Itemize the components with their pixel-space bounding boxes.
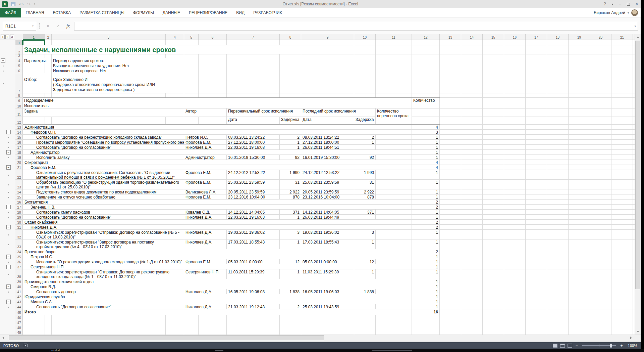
- cell[interactable]: 1: [280, 215, 301, 220]
- row-header-26[interactable]: 26: [15, 200, 23, 205]
- row-header-10[interactable]: 10: [15, 103, 23, 108]
- cell[interactable]: 26.03.2011 19:44:51: [301, 145, 354, 150]
- cell[interactable]: 27.12.2011 18:00:00: [227, 140, 280, 145]
- cell[interactable]: 25.03.2011 23:59:59: [301, 180, 354, 189]
- scroll-left-icon[interactable]: [0, 335, 6, 341]
- cell[interactable]: 1: [412, 264, 440, 269]
- column-header-10[interactable]: 10: [354, 34, 376, 40]
- cell[interactable]: Подготовить список видов документов по в…: [23, 189, 184, 194]
- outline-collapse-icon[interactable]: −: [6, 265, 11, 269]
- row-header-5[interactable]: 5: [15, 63, 23, 68]
- cell[interactable]: Ознакомиться с результатом согласования:…: [23, 170, 184, 180]
- normal-view-icon[interactable]: [553, 344, 557, 348]
- cell[interactable]: Секретариат: [23, 160, 412, 165]
- row-header-3[interactable]: 3: [15, 54, 23, 58]
- row-header-4[interactable]: 4: [15, 58, 23, 63]
- cell[interactable]: Согласовать "Договор на согласование": [23, 215, 184, 220]
- cell[interactable]: Последний срок исполнения: [301, 108, 376, 117]
- row-header-23[interactable]: 23: [15, 180, 23, 189]
- cancel-icon[interactable]: ✕: [44, 24, 52, 29]
- column-header-17[interactable]: 17: [526, 34, 547, 40]
- row-header-44[interactable]: 44: [15, 304, 23, 309]
- row-header-38[interactable]: 38: [15, 269, 23, 279]
- customize-quick-access-icon[interactable]: ▾: [34, 3, 35, 5]
- cell[interactable]: 878: [354, 194, 376, 200]
- row-header-21[interactable]: 21: [15, 165, 23, 170]
- cell[interactable]: 1: [412, 215, 440, 220]
- cell[interactable]: Фролова Е.М.: [184, 259, 227, 264]
- cell[interactable]: 1: [412, 299, 440, 304]
- cell[interactable]: Ознакомиться: зарегистрирован "Отправка:…: [23, 269, 184, 279]
- cell[interactable]: 4: [412, 160, 440, 165]
- ribbon-tab-ВИД[interactable]: ВИД: [232, 8, 249, 17]
- row-header-14[interactable]: 14: [15, 130, 23, 135]
- cell[interactable]: 1: [412, 194, 440, 200]
- close-icon[interactable]: ×: [636, 2, 638, 6]
- cell[interactable]: 1: [412, 189, 440, 194]
- cell[interactable]: [354, 304, 376, 309]
- insert-function-icon[interactable]: fx: [64, 24, 72, 29]
- cell[interactable]: [354, 215, 376, 220]
- column-header-9[interactable]: 9: [301, 34, 354, 40]
- row-header-18[interactable]: 18: [15, 150, 23, 155]
- cell[interactable]: 2: [412, 200, 440, 205]
- outline-collapse-icon[interactable]: −: [6, 165, 11, 170]
- column-header-18[interactable]: 18: [547, 34, 569, 40]
- cell[interactable]: 92: [354, 155, 376, 160]
- cell[interactable]: 17.03.2011 18:55:43: [227, 239, 280, 249]
- help-icon[interactable]: ?: [604, 2, 606, 6]
- row-header-6[interactable]: 6: [15, 68, 23, 73]
- undo-icon[interactable]: ↶▾: [19, 2, 23, 6]
- cell[interactable]: 11.03.2011 15:29:39: [227, 269, 280, 279]
- cell[interactable]: Обработать резолюцию "О реконструкция зд…: [23, 180, 184, 189]
- cell[interactable]: 1: [280, 140, 301, 145]
- cell[interactable]: 92: [280, 155, 301, 160]
- row-header-36[interactable]: 36: [15, 259, 23, 264]
- cell[interactable]: Администратор: [184, 155, 227, 160]
- cell[interactable]: 21.03.2011 19:12:43: [227, 304, 280, 309]
- row-header-9[interactable]: 9: [15, 98, 23, 103]
- cell[interactable]: Задержка: [280, 117, 301, 125]
- cell[interactable]: Параметры:: [23, 58, 52, 63]
- column-header-16[interactable]: 16: [504, 34, 526, 40]
- cell[interactable]: Подразделение: [23, 98, 412, 103]
- column-header-19[interactable]: 19: [569, 34, 590, 40]
- cell[interactable]: Николаев Д.А.: [184, 215, 227, 220]
- taskbar-item[interactable]: pricelist: [50, 349, 60, 352]
- cell[interactable]: 3: [354, 230, 376, 239]
- cell[interactable]: Николаев Д.А.: [184, 239, 227, 249]
- cell[interactable]: Исполнить заявку: [23, 155, 184, 160]
- cell[interactable]: Согласовать договор: [23, 289, 184, 294]
- cell[interactable]: 4: [412, 165, 440, 170]
- cell[interactable]: Исключена из процесса: Нет: [52, 68, 184, 73]
- cell[interactable]: 1: [412, 239, 440, 249]
- ribbon-display-options-icon[interactable]: ▴: [612, 3, 613, 6]
- ribbon-tab-ГЛАВНАЯ[interactable]: ГЛАВНАЯ: [21, 8, 48, 17]
- cell[interactable]: 17.03.2011 18:55:43: [301, 239, 354, 249]
- cell[interactable]: 1: [412, 284, 440, 289]
- cell[interactable]: Провести мероприятие "Совещание по вопро…: [23, 140, 184, 145]
- column-header-13[interactable]: 13: [440, 34, 461, 40]
- cell[interactable]: Задачи, исполненные с нарушениями сроков: [23, 45, 301, 54]
- cell[interactable]: 12: [354, 259, 376, 264]
- cell[interactable]: Дата: [227, 117, 280, 125]
- outline-level-button-2[interactable]: 2: [5, 35, 9, 39]
- cell[interactable]: 1 990: [280, 170, 301, 180]
- column-header-4[interactable]: 4: [166, 34, 184, 40]
- save-icon[interactable]: [11, 2, 15, 6]
- cell[interactable]: 2 922: [280, 189, 301, 194]
- row-header-8[interactable]: 8: [15, 93, 23, 98]
- name-box[interactable]: R1C1 ▾: [3, 22, 36, 31]
- cell[interactable]: 25.03.2011 19:43:59: [301, 304, 354, 309]
- cell[interactable]: 1: [280, 145, 301, 150]
- cell[interactable]: 1 838: [280, 289, 301, 294]
- row-header-40[interactable]: 40: [15, 284, 23, 289]
- cell[interactable]: 24.12.2012 12:53:22: [227, 170, 280, 180]
- row-header-13[interactable]: 13: [15, 125, 23, 130]
- cell[interactable]: 1: [412, 289, 440, 294]
- cell[interactable]: Северянинов Н.П.: [23, 264, 412, 269]
- zoom-out-button[interactable]: −: [575, 343, 578, 348]
- cell[interactable]: Николаев Д.А.: [184, 230, 227, 239]
- taskbar-item-fragment[interactable]: [372, 350, 412, 351]
- row-header-12[interactable]: 12: [15, 117, 23, 125]
